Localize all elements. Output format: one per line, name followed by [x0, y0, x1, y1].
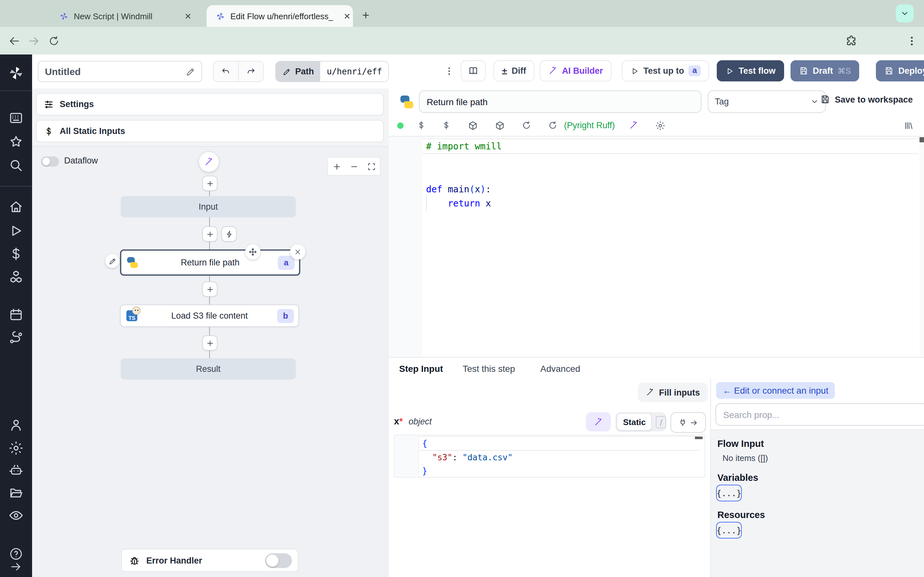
account-user-icon[interactable] [8, 417, 24, 433]
variables-section-title: Variables [717, 472, 758, 483]
code-editor[interactable]: # import wmill def main(x): return x [389, 136, 924, 358]
editor-scrollbar[interactable] [695, 437, 703, 439]
folders-icon[interactable] [8, 485, 24, 501]
contextual-dollar-icon[interactable] [441, 121, 451, 130]
input-mode-toggle[interactable]: Static f [615, 412, 666, 432]
path-button[interactable]: Path u/henri/eff [275, 61, 389, 82]
step-node-b[interactable]: TS Load S3 file content b [120, 305, 299, 327]
tab-test-this-step[interactable]: Test this step [463, 358, 515, 379]
insert-step-button[interactable] [202, 176, 218, 191]
play-icon [630, 66, 639, 75]
test-up-to-button[interactable]: Test up to a [622, 60, 709, 81]
static-mode-pill[interactable]: Static [617, 413, 652, 431]
runs-play-icon[interactable] [8, 223, 24, 239]
edit-pencil-icon[interactable] [186, 66, 196, 77]
lint-status-label[interactable]: (Pyright Ruff) [564, 121, 615, 130]
deploy-button[interactable]: Deploy [876, 60, 924, 81]
lsp-status-dot [397, 122, 404, 129]
move-step-handle[interactable] [245, 244, 260, 259]
browser-tab-new-script[interactable]: New Script | Windmill ✕ [51, 5, 194, 27]
flow-name-input[interactable]: Untitled [38, 61, 202, 82]
connect-input-button[interactable] [670, 412, 706, 433]
insert-step-button[interactable] [202, 335, 218, 351]
chrome-menu-icon[interactable] [906, 35, 918, 47]
insert-step-button[interactable] [202, 226, 218, 242]
resources-cubes-icon[interactable] [8, 269, 24, 285]
editor-settings-gear-icon[interactable] [656, 120, 666, 131]
function-mode-icon[interactable]: f [656, 416, 666, 428]
tab-close-icon[interactable]: ✕ [182, 11, 194, 21]
json-arg-editor[interactable]: { "s3": "data.csv"} [394, 435, 705, 478]
flow-graph-canvas[interactable]: Dataflow [32, 147, 389, 577]
python-icon [401, 95, 413, 108]
variables-dollar-icon[interactable] [8, 246, 24, 261]
ai-builder-button[interactable]: AI Builder [540, 60, 612, 81]
flow-input-node[interactable]: Input [121, 196, 296, 218]
expand-sidebar-arrow-icon[interactable] [10, 560, 23, 573]
save-to-workspace-button[interactable]: Save to workspace [820, 94, 913, 105]
draft-button[interactable]: Draft ⌘S [790, 60, 859, 81]
back-icon[interactable] [8, 35, 20, 47]
graph-ai-wand-button[interactable] [199, 152, 219, 172]
resources-braces-button[interactable]: {...} [716, 522, 742, 538]
more-options-kebab-icon[interactable] [444, 66, 454, 76]
favorites-star-icon[interactable] [8, 134, 24, 149]
extensions-puzzle-icon[interactable] [845, 34, 858, 47]
package-icon[interactable] [495, 120, 505, 131]
magic-wand-icon[interactable] [629, 121, 639, 130]
apps-icon[interactable] [8, 110, 24, 126]
package-icon[interactable] [468, 120, 478, 131]
tag-select[interactable]: Tag [708, 90, 826, 113]
search-icon[interactable] [8, 158, 24, 173]
tab-advanced[interactable]: Advanced [540, 358, 580, 379]
new-tab-button[interactable]: + [358, 8, 373, 23]
variables-braces-button[interactable]: {...} [716, 485, 742, 501]
all-static-inputs-button[interactable]: All Static Inputs [36, 120, 384, 142]
fill-inputs-button[interactable]: Fill inputs [638, 383, 708, 402]
error-handler-toggle[interactable] [265, 553, 292, 568]
flow-graph-panel: Settings All Static Inputs Dataflow [32, 89, 389, 577]
zoom-out-button[interactable] [345, 158, 363, 175]
diff-button[interactable]: ± Diff [493, 60, 534, 81]
help-icon[interactable] [9, 547, 23, 561]
test-flow-button[interactable]: Test flow [717, 60, 784, 81]
flow-result-node[interactable]: Result [121, 358, 296, 380]
forward-icon[interactable] [28, 35, 40, 47]
tab-close-icon[interactable]: ✕ [341, 11, 353, 21]
variables-dollar-icon[interactable] [417, 121, 426, 130]
home-icon[interactable] [8, 199, 24, 215]
step-name-input[interactable]: Return file path [419, 90, 701, 113]
editor-scrollbar[interactable] [919, 137, 924, 358]
workers-robot-icon[interactable] [8, 463, 24, 478]
delete-step-button[interactable] [290, 244, 305, 259]
fit-view-icon[interactable] [363, 158, 380, 175]
redo-button[interactable] [238, 61, 263, 81]
undo-button[interactable] [214, 61, 238, 81]
arg-ai-wand-button[interactable] [586, 412, 611, 432]
error-handler-row[interactable]: Error Handler [121, 549, 298, 572]
insert-trigger-button[interactable] [221, 226, 237, 242]
windmill-logo[interactable] [8, 65, 24, 81]
settings-gear-icon[interactable] [8, 440, 24, 456]
arrow-right-icon [690, 418, 698, 427]
schedules-calendar-icon[interactable] [8, 307, 24, 322]
routes-icon[interactable] [8, 330, 24, 346]
dataflow-toggle[interactable] [41, 156, 59, 167]
search-prop-input[interactable]: Search prop... [716, 403, 924, 426]
browser-tab-edit-flow[interactable]: Edit Flow u/henri/effortless_fl ✕ [207, 5, 353, 27]
step-node-a[interactable]: Return file path a [120, 250, 300, 276]
tab-strip-collapse-button[interactable] [896, 5, 914, 23]
zoom-in-button[interactable] [328, 158, 345, 175]
toolbar-actions: ± Diff AI Builder Test up to a Test flow [444, 61, 924, 81]
library-icon[interactable] [903, 120, 914, 131]
tab-step-input[interactable]: Step Input [399, 358, 443, 381]
docs-button[interactable] [461, 60, 486, 81]
audit-logs-eye-icon[interactable] [8, 508, 24, 523]
flow-settings-button[interactable]: Settings [36, 93, 384, 115]
reload-icon[interactable] [548, 121, 557, 130]
reload-icon[interactable] [48, 35, 60, 47]
insert-step-button[interactable] [202, 282, 218, 297]
edit-step-pencil-button[interactable] [105, 254, 120, 268]
edit-or-connect-button[interactable]: ← Edit or connect an input [716, 382, 835, 399]
reload-icon[interactable] [522, 121, 531, 130]
